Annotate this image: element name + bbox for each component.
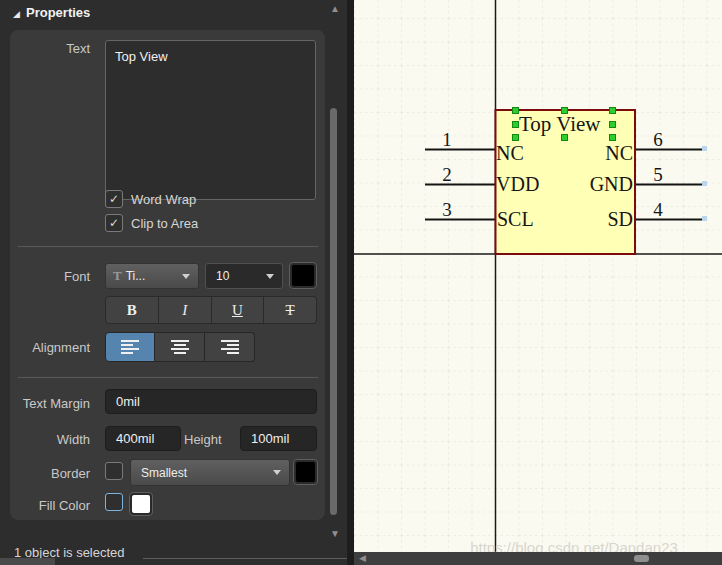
section-divider (18, 246, 318, 247)
schematic-drawing (354, 0, 722, 552)
panel-scroll-down-icon[interactable]: ▼ (330, 528, 340, 539)
pin-number: 6 (638, 129, 678, 151)
chevron-down-icon (266, 274, 274, 279)
pin-number: 4 (638, 199, 678, 221)
text-margin-input[interactable] (105, 389, 317, 414)
font-family-value: Ti... (126, 269, 146, 283)
font-family-dropdown[interactable]: T Ti... (105, 263, 199, 289)
width-label: Width (0, 432, 90, 447)
align-left-button[interactable] (105, 332, 155, 362)
chevron-down-icon (273, 470, 281, 475)
border-style-value: Smallest (141, 466, 187, 480)
section-divider (18, 377, 318, 378)
selection-handle-bottom-right[interactable] (609, 134, 616, 141)
border-style-dropdown[interactable]: Smallest (130, 459, 290, 486)
panel-splitter[interactable] (347, 0, 354, 565)
text-margin-label: Text Margin (0, 396, 90, 411)
align-right-icon (221, 340, 239, 354)
border-color-value (296, 462, 315, 482)
component-title-text[interactable]: Top View (519, 112, 600, 137)
pin-endpoint-marker (702, 146, 707, 151)
pin-name: NC (533, 142, 633, 165)
pin-endpoint-marker (702, 181, 707, 186)
pin-number: 5 (638, 164, 678, 186)
selection-handle-top-center[interactable] (561, 107, 568, 114)
fill-color-swatch[interactable] (129, 492, 153, 516)
align-right-button[interactable] (205, 332, 255, 362)
pin-name: NC (496, 142, 524, 165)
selection-handle-bottom-center[interactable] (561, 134, 568, 141)
pin-number: 3 (427, 199, 467, 221)
font-size-value: 10 (216, 269, 229, 283)
selection-handle-mid-left[interactable] (512, 121, 519, 128)
horizontal-scrollbar-thumb[interactable] (634, 555, 649, 562)
panel-scrollbar[interactable] (330, 108, 337, 515)
pin-endpoint-marker (702, 216, 707, 221)
strikethrough-button[interactable]: T (264, 296, 317, 324)
text-value-input[interactable]: Top View (105, 40, 316, 200)
pin-name: GND (533, 173, 633, 196)
grid-pattern (354, 0, 722, 552)
schematic-canvas[interactable]: Top View 1 2 3 6 5 4 NC VDD SCL NC GND S… (354, 0, 722, 552)
application-window: ◢ Properties ▲ Text Top View ✓ Word Wrap… (0, 0, 722, 565)
alignment-group (105, 332, 256, 362)
border-label: Border (0, 466, 90, 481)
font-color-swatch[interactable] (289, 262, 317, 289)
italic-button[interactable]: I (159, 296, 212, 324)
selection-handle-bottom-left[interactable] (512, 134, 519, 141)
border-color-swatch[interactable] (293, 459, 318, 485)
fill-color-value (132, 495, 150, 513)
align-center-button[interactable] (155, 332, 205, 362)
fill-color-checkbox[interactable] (105, 493, 123, 511)
pin-number: 2 (427, 164, 467, 186)
font-color-value (292, 265, 314, 286)
chevron-down-icon (182, 274, 190, 279)
border-checkbox[interactable] (105, 462, 123, 480)
height-label: Height (184, 432, 234, 447)
selection-handle-top-left[interactable] (512, 107, 519, 114)
bold-button[interactable]: B (105, 296, 159, 324)
panel-title: Properties (26, 5, 90, 20)
pin-name: SCL (497, 208, 534, 231)
properties-panel: ◢ Properties ▲ Text Top View ✓ Word Wrap… (0, 0, 347, 565)
text-label: Text (0, 41, 90, 56)
clip-to-area-checkbox[interactable]: ✓ (105, 214, 123, 232)
alignment-label: Alignment (0, 340, 90, 355)
width-input[interactable] (105, 426, 181, 451)
word-wrap-checkbox[interactable]: ✓ (105, 190, 123, 208)
fill-color-label: Fill Color (0, 498, 90, 513)
font-label: Font (0, 269, 90, 284)
panel-scroll-up-icon[interactable]: ▲ (330, 3, 340, 14)
font-style-group: B I U T (105, 296, 317, 324)
pin-number: 1 (427, 129, 467, 151)
pin-name: SD (533, 208, 633, 231)
selection-handle-mid-right[interactable] (609, 121, 616, 128)
align-center-icon (171, 340, 189, 354)
align-left-icon (121, 340, 139, 354)
font-family-icon: T (113, 268, 122, 284)
height-input[interactable] (240, 426, 317, 451)
bottom-panel-edge (143, 558, 347, 559)
font-size-dropdown[interactable]: 10 (205, 263, 283, 289)
underline-button[interactable]: U (212, 296, 265, 324)
selection-handle-top-right[interactable] (609, 107, 616, 114)
watermark-text: https://blog.csdn.net/Dandan23 (458, 539, 690, 552)
horizontal-scrollbar[interactable]: ◀ (354, 552, 722, 565)
bottom-panel-stub (0, 558, 55, 565)
collapse-section-icon[interactable]: ◢ (13, 9, 20, 19)
scroll-left-icon[interactable]: ◀ (359, 553, 366, 563)
word-wrap-label: Word Wrap (131, 192, 196, 207)
clip-to-area-label: Clip to Area (131, 216, 198, 231)
